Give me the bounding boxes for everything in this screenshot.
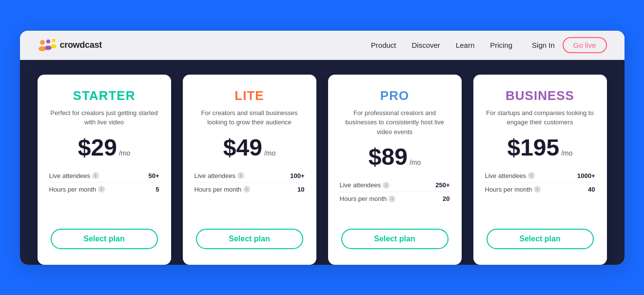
feature-attendees-starter: Live attendees i 50+ — [49, 169, 159, 183]
price-amount-pro: $89 — [369, 145, 408, 169]
logo-text: crowdcast — [60, 40, 102, 50]
hours-info-icon-business[interactable]: i — [534, 186, 541, 193]
hours-value-starter: 5 — [156, 186, 159, 193]
price-amount-starter: $29 — [78, 136, 117, 159]
logo[interactable]: crowdcast — [38, 38, 102, 52]
price-amount-business: $195 — [507, 136, 559, 159]
svg-point-0 — [40, 40, 45, 45]
plan-name-starter: STARTER — [73, 88, 136, 103]
plan-name-lite: LITE — [234, 88, 264, 103]
plan-desc-starter: Perfect for creators just getting starte… — [49, 108, 159, 127]
go-live-button[interactable]: Go live — [563, 37, 607, 53]
plan-features-business: Live attendees i 1000+ Hours per month i… — [485, 169, 595, 196]
svg-point-4 — [52, 39, 55, 42]
select-plan-button-starter[interactable]: Select plan — [51, 229, 158, 249]
feature-hours-lite: Hours per month i 10 — [195, 183, 305, 196]
browser-window: crowdcast Product Discover Learn Pricing… — [20, 31, 624, 265]
nav-actions: Sign In Go live — [532, 37, 606, 53]
price-mo-business: /mo — [561, 149, 572, 157]
nav-pricing[interactable]: Pricing — [490, 41, 512, 49]
plan-desc-business: For startups and companies looking to en… — [485, 108, 595, 127]
plan-desc-pro: For professional creators and businesses… — [340, 108, 450, 137]
plan-card-starter: STARTER Perfect for creators just gettin… — [38, 75, 171, 265]
attendees-value-lite: 100+ — [290, 172, 304, 179]
price-mo-pro: /mo — [410, 158, 421, 166]
plan-card-pro: PRO For professional creators and busine… — [328, 75, 462, 265]
plan-name-pro: PRO — [380, 88, 409, 103]
attendees-info-icon-pro[interactable]: i — [383, 182, 390, 189]
plan-desc-lite: For creators and small businesses lookin… — [195, 108, 305, 127]
plan-card-lite: LITE For creators and small businesses l… — [183, 75, 316, 265]
svg-point-2 — [46, 39, 50, 43]
attendees-info-icon-lite[interactable]: i — [237, 172, 244, 179]
hours-info-icon-pro[interactable]: i — [389, 196, 395, 202]
feature-hours-business: Hours per month i 40 — [485, 183, 595, 196]
feature-hours-pro: Hours per month i 20 — [340, 192, 450, 205]
nav-discover[interactable]: Discover — [412, 41, 440, 49]
feature-attendees-business: Live attendees i 1000+ — [485, 169, 595, 183]
attendees-value-business: 1000+ — [577, 172, 595, 179]
plan-features-pro: Live attendees i 250+ Hours per month i … — [340, 178, 450, 205]
attendees-value-pro: 250+ — [435, 181, 449, 189]
plan-features-lite: Live attendees i 100+ Hours per month i … — [195, 169, 305, 196]
select-plan-button-lite[interactable]: Select plan — [196, 229, 303, 249]
hours-info-icon-lite[interactable]: i — [243, 186, 250, 193]
nav-product[interactable]: Product — [371, 41, 396, 49]
price-mo-lite: /mo — [264, 149, 275, 157]
hours-value-lite: 10 — [297, 186, 304, 193]
plan-features-starter: Live attendees i 50+ Hours per month i 5 — [49, 169, 159, 196]
pricing-section: STARTER Perfect for creators just gettin… — [20, 60, 624, 265]
navbar: crowdcast Product Discover Learn Pricing… — [20, 31, 624, 60]
plan-name-business: BUSINESS — [506, 88, 574, 103]
plan-price-business: $195 /mo — [507, 136, 572, 159]
attendees-value-starter: 50+ — [148, 172, 159, 179]
svg-point-3 — [45, 46, 52, 50]
hours-value-pro: 20 — [443, 195, 449, 202]
attendees-info-icon-business[interactable]: i — [528, 172, 535, 179]
nav-links: Product Discover Learn Pricing — [371, 41, 512, 49]
select-plan-button-pro[interactable]: Select plan — [341, 229, 449, 249]
nav-learn[interactable]: Learn — [456, 41, 474, 49]
attendees-info-icon-starter[interactable]: i — [92, 172, 99, 179]
plan-price-starter: $29 /mo — [78, 136, 130, 159]
sign-in-link[interactable]: Sign In — [532, 41, 555, 49]
hours-value-business: 40 — [588, 186, 595, 193]
price-mo-starter: /mo — [119, 149, 130, 157]
feature-attendees-pro: Live attendees i 250+ — [340, 178, 450, 192]
feature-hours-starter: Hours per month i 5 — [49, 183, 159, 196]
plan-price-lite: $49 /mo — [223, 136, 275, 159]
plan-price-pro: $89 /mo — [369, 145, 421, 169]
hours-info-icon-starter[interactable]: i — [98, 186, 105, 193]
select-plan-button-business[interactable]: Select plan — [487, 229, 594, 249]
feature-attendees-lite: Live attendees i 100+ — [195, 169, 305, 183]
plan-card-business: BUSINESS For startups and companies look… — [473, 75, 607, 265]
logo-icon — [38, 38, 56, 52]
price-amount-lite: $49 — [223, 136, 262, 159]
